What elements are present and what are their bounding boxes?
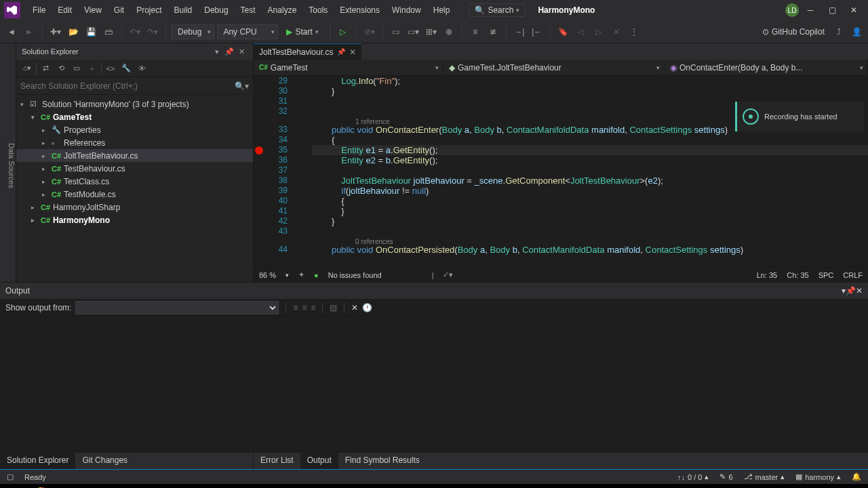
tb-icon-4[interactable]: ⊞▾ (424, 24, 439, 39)
nav-project-dropdown[interactable]: C# GameTest (254, 60, 443, 75)
save-all-button[interactable]: 🗃 (101, 24, 116, 39)
uncomment-button[interactable]: ≢ (486, 24, 500, 39)
solexp-code-button[interactable]: <> (104, 62, 117, 75)
menu-tools[interactable]: Tools (303, 3, 333, 18)
bookmark-prev-button[interactable]: ◁ (574, 24, 589, 39)
outdent-button[interactable]: |← (530, 24, 545, 39)
close-window-button[interactable]: ✕ (844, 0, 864, 20)
undo-button[interactable]: ↶▾ (127, 24, 142, 39)
tab-pin-icon[interactable]: 📌 (337, 48, 345, 56)
output-clear-button[interactable]: ≡ (293, 303, 298, 312)
solexp-collapse-button[interactable]: ▭ (70, 62, 83, 75)
comment-button[interactable]: ≡ (468, 24, 483, 39)
git-updown[interactable]: ↑↓ 0 / 0 ▴ (677, 472, 709, 481)
recording-notification[interactable]: Recording has started (735, 102, 864, 131)
menu-build[interactable]: Build (169, 3, 198, 18)
tb-icon-3[interactable]: ▭▾ (406, 24, 421, 39)
nav-forward-button[interactable]: ► (22, 24, 37, 39)
git-repo[interactable]: ▦ harmony ▴ (795, 472, 841, 481)
share-button[interactable]: ⤴ (831, 24, 846, 39)
notifications-icon[interactable]: ▢ (7, 472, 14, 481)
tree-item[interactable]: ▾C#GameTest (16, 110, 253, 123)
menu-project[interactable]: Project (131, 3, 167, 18)
menu-debug[interactable]: Debug (199, 3, 233, 18)
open-button[interactable]: 📂 (66, 24, 81, 39)
start-debug-button[interactable]: ▶ Start ▾ (281, 26, 323, 38)
lineend-indicator[interactable]: CRLF (843, 271, 863, 279)
solexp-pin-button[interactable]: 📌 (223, 45, 235, 58)
tree-item[interactable]: ▸C#TestBehaviour.cs (16, 162, 253, 175)
menu-window[interactable]: Window (387, 3, 427, 18)
search-icon[interactable]: 🔍▾ (235, 81, 249, 91)
solexp-refresh-button[interactable]: ⟲ (54, 62, 68, 75)
overflow-button[interactable]: ⋮ (627, 24, 642, 39)
tab-solution-explorer[interactable]: Solution Explorer (0, 453, 75, 469)
bookmark-next-button[interactable]: ▷ (591, 24, 606, 39)
tree-item[interactable]: ▸C#JoltTestBehaviour.cs (16, 149, 253, 162)
issues-label[interactable]: No issues found (328, 271, 382, 279)
bell-icon[interactable]: 🔔 (852, 472, 861, 481)
output-btn4[interactable]: ▤ (330, 303, 337, 312)
zoom-level[interactable]: 86 % (259, 271, 276, 279)
solexp-showall-button[interactable]: ▫ (85, 62, 99, 75)
solexp-close-button[interactable]: ✕ (235, 45, 248, 58)
menu-test[interactable]: Test (235, 3, 261, 18)
output-toggle-button[interactable]: ≡ (302, 303, 307, 312)
tb-icon-1[interactable]: ⊘▾ (362, 24, 377, 39)
menu-file[interactable]: File (27, 3, 51, 18)
search-box[interactable]: 🔍 Search ▾ (469, 3, 526, 17)
menu-edit[interactable]: Edit (52, 3, 77, 18)
new-project-button[interactable]: ✚▾ (48, 24, 63, 39)
nav-class-dropdown[interactable]: ◆ GameTest.JoltTestBehaviour (443, 60, 665, 75)
output-btn6[interactable]: 🕐 (362, 303, 372, 312)
tree-item[interactable]: ▸C#HarmonyMono (16, 214, 253, 226)
output-source-dropdown[interactable] (75, 301, 279, 314)
data-sources-rail[interactable]: Data Sources (0, 43, 16, 282)
col-indicator[interactable]: Ch: 35 (787, 271, 808, 279)
git-changes-count[interactable]: ✎ 6 (719, 472, 732, 481)
tree-item[interactable]: ▸C#HarmonyJoltSharp (16, 201, 253, 214)
nav-back-button[interactable]: ◄ (4, 24, 19, 39)
save-button[interactable]: 💾 (83, 24, 98, 39)
breakpoint-icon[interactable] (255, 146, 263, 155)
maximize-button[interactable]: ▢ (822, 0, 842, 20)
tab-active[interactable]: JoltTestBehaviour.cs 📌 ✕ (254, 43, 361, 60)
indent-button[interactable]: →| (512, 24, 527, 39)
platform-dropdown[interactable]: Any CPU (217, 24, 278, 39)
output-close-button[interactable]: ✕ (856, 286, 863, 296)
bookmark-clear-button[interactable]: ✕ (609, 24, 624, 39)
spaces-indicator[interactable]: SPC (818, 271, 834, 279)
output-body[interactable] (0, 317, 868, 453)
bookmark-button[interactable]: 🔖 (556, 24, 571, 39)
solexp-sync-button[interactable]: ⇄ (39, 62, 52, 75)
tree-item[interactable]: ▸🔧Properties (16, 123, 253, 136)
output-wrap-button[interactable]: ≡ (311, 303, 315, 312)
tab-error-list[interactable]: Error List (254, 453, 300, 469)
menu-git[interactable]: Git (108, 3, 130, 18)
tb-icon-2[interactable]: ▭ (389, 24, 403, 39)
line-indicator[interactable]: Ln: 35 (757, 271, 778, 279)
tab-git-changes[interactable]: Git Changes (75, 453, 134, 469)
start-without-debug-button[interactable]: ▷ (336, 24, 351, 39)
tab-output[interactable]: Output (300, 453, 338, 469)
solexp-home-button[interactable]: ⌂▾ (20, 62, 34, 75)
solexp-search-input[interactable] (20, 81, 235, 91)
config-dropdown[interactable]: Debug (172, 24, 214, 39)
solexp-dropdown-button[interactable]: ▾ (211, 45, 223, 58)
redo-button[interactable]: ↷▾ (145, 24, 160, 39)
menu-analyze[interactable]: Analyze (262, 3, 302, 18)
tree-item[interactable]: ▸C#TestModule.cs (16, 188, 253, 201)
tab-find-symbol[interactable]: Find Symbol Results (338, 453, 427, 469)
user-avatar[interactable]: LD (785, 3, 799, 17)
solexp-props-button[interactable]: 🔧 (119, 62, 133, 75)
menu-extensions[interactable]: Extensions (334, 3, 385, 18)
account-button[interactable]: 👤 (849, 24, 864, 39)
tab-close-button[interactable]: ✕ (349, 47, 356, 57)
nav-method-dropdown[interactable]: ◉ OnContactEnter(Body a, Body b... (665, 60, 868, 75)
minimize-button[interactable]: ─ (800, 0, 821, 20)
solexp-preview-button[interactable]: 👁 (135, 62, 149, 75)
copilot-button[interactable]: ⊙ GitHub Copilot (758, 26, 829, 38)
tree-item[interactable]: ▸▫References (16, 136, 253, 149)
solution-node[interactable]: ▾☑Solution 'HarmonyMono' (3 of 3 project… (16, 98, 253, 110)
output-pin-button[interactable]: 📌 (846, 286, 856, 296)
